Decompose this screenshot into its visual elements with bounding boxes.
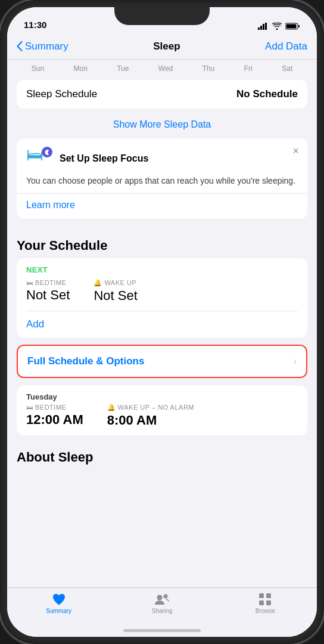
svg-rect-6 [286,24,297,29]
show-more-sleep-data-button[interactable]: Show More Sleep Data [7,113,317,138]
tuesday-label: Tuesday [26,392,298,401]
add-data-button[interactable]: Add Data [265,41,307,52]
sleep-schedule-card: Sleep Schedule No Schedule [17,80,307,109]
focus-title: Set Up Sleep Focus [60,153,148,164]
about-sleep-section-header: About Sleep [7,445,317,470]
wakeup-type-label: WAKE UP [104,279,136,286]
battery-icon [285,23,300,30]
day-sat: Sat [282,64,292,73]
wifi-icon [272,23,282,30]
next-schedule-card: Next 🛏 BEDTIME Not Set 🔔 WAKE UP [17,258,307,338]
full-schedule-label: Full Schedule & Options [27,355,144,367]
day-thu: Thu [202,64,215,73]
tuesday-schedule-card: Tuesday 🛏 BEDTIME 12:00 AM 🔔 WAKE UP – N… [17,385,307,435]
page-title: Sleep [153,41,180,52]
day-sun: Sun [32,64,44,73]
svg-rect-12 [266,600,271,605]
status-time: 11:30 [24,20,46,30]
tuesday-wakeup-label-row: 🔔 WAKE UP – NO ALARM [107,404,194,411]
bedtime-block: 🛏 BEDTIME Not Set [26,279,70,304]
learn-more-button[interactable]: Learn more [26,200,75,210]
browse-icon [258,593,272,606]
about-sleep-title: About Sleep [17,450,307,465]
add-schedule-button[interactable]: Add [17,311,307,338]
tab-sharing[interactable]: Sharing [110,593,213,614]
bedtime-value: Not Set [26,287,70,303]
sleep-focus-card: 🛏 Set Up Sleep Focus × You can choose pe… [17,138,307,219]
home-indicator [123,629,201,632]
wakeup-value: Not Set [94,288,137,304]
svg-point-8 [163,595,167,599]
svg-rect-10 [266,593,271,598]
your-schedule-section-header: Your Schedule [7,228,317,258]
tuesday-wakeup-block: 🔔 WAKE UP – NO ALARM 8:00 AM [107,404,194,428]
tuesday-bed-icon: 🛏 [26,404,33,411]
signal-icon [258,23,269,30]
focus-dismiss-button[interactable]: × [292,145,299,156]
day-mon: Mon [73,64,87,73]
focus-card-header: 🛏 Set Up Sleep Focus [26,147,298,171]
day-fri: Fri [244,64,253,73]
tuesday-wakeup-type: WAKE UP – NO ALARM [118,404,194,411]
wakeup-bell-icon: 🔔 [94,279,102,287]
focus-description: You can choose people or apps that can r… [26,175,298,187]
bedtime-type-label: BEDTIME [35,279,66,286]
sharing-icon [154,593,170,606]
nav-bar: Summary Sleep Add Data [7,33,317,60]
tuesday-bedtime-block: 🛏 BEDTIME 12:00 AM [26,404,83,428]
sleep-schedule-row: Sleep Schedule No Schedule [17,80,307,109]
your-schedule-title: Your Schedule [17,238,307,253]
tuesday-bedtime-label-row: 🛏 BEDTIME [26,404,83,411]
back-label: Summary [25,41,68,52]
tab-summary-label: Summary [46,608,71,614]
day-tue: Tue [117,64,129,73]
svg-rect-5 [298,25,300,27]
status-icons [258,23,300,30]
tab-sharing-label: Sharing [152,608,172,614]
tuesday-wakeup-value: 8:00 AM [107,413,194,428]
heart-icon [52,593,66,606]
svg-rect-9 [259,593,264,598]
wakeup-label-row: 🔔 WAKE UP [94,279,137,287]
sleep-schedule-value: No Schedule [236,88,298,100]
svg-rect-2 [263,24,264,30]
bedtime-label-row: 🛏 BEDTIME [26,279,70,286]
bed-icon: 🛏 [26,145,43,164]
wakeup-block: 🔔 WAKE UP Not Set [94,279,137,304]
tuesday-bedtime-value: 12:00 AM [26,412,83,428]
tuesday-bedtime-type: BEDTIME [35,404,66,411]
next-label: Next [17,258,307,277]
days-row: Sun Mon Tue Wed Thu Fri Sat [7,60,317,75]
chevron-right-icon: › [294,356,297,367]
svg-point-7 [157,595,162,600]
tab-browse[interactable]: Browse [214,593,317,614]
day-wed: Wed [158,64,173,73]
tab-summary[interactable]: Summary [7,593,110,614]
full-schedule-options-button[interactable]: Full Schedule & Options › [17,345,307,378]
bedtime-bed-icon: 🛏 [26,279,33,286]
main-content: Sun Mon Tue Wed Thu Fri Sat Sleep Schedu… [7,60,317,608]
tab-browse-label: Browse [256,608,275,614]
svg-rect-11 [259,600,264,605]
schedule-times-row: 🛏 BEDTIME Not Set 🔔 WAKE UP Not Set [17,277,307,311]
focus-divider [17,193,307,194]
svg-rect-3 [265,23,267,30]
svg-rect-0 [258,27,260,30]
svg-rect-1 [260,26,262,30]
tuesday-times-row: 🛏 BEDTIME 12:00 AM 🔔 WAKE UP – NO ALARM … [26,404,298,428]
sleep-schedule-label: Sleep Schedule [26,88,97,100]
moon-icon [42,147,52,157]
chevron-left-icon [17,41,23,51]
back-button[interactable]: Summary [17,41,68,52]
tuesday-bell-icon: 🔔 [107,404,116,411]
sleep-focus-icon: 🛏 [26,147,52,171]
